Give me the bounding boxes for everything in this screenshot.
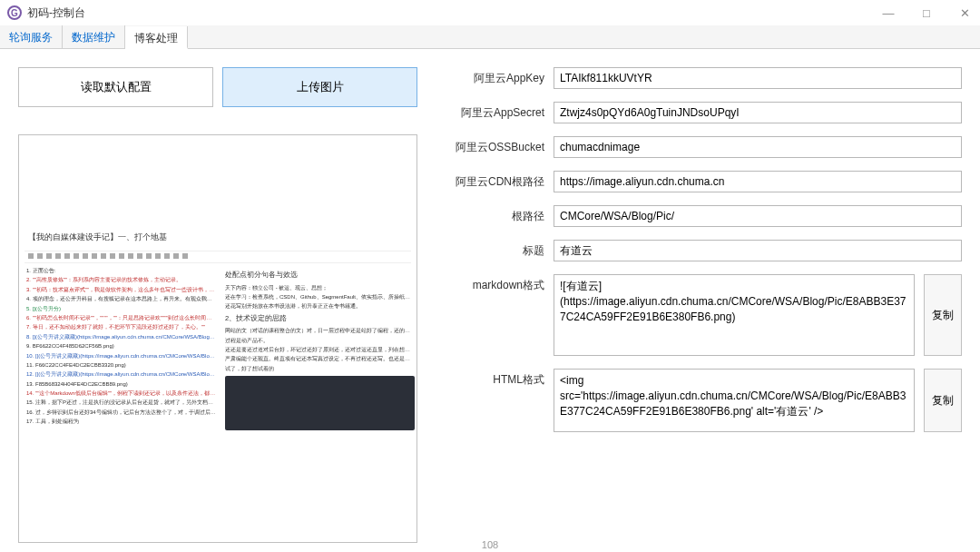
textarea-markdown[interactable] xyxy=(554,274,915,356)
doc-line: 12. [](公号升讲义藏藏)(https://image.aliyun.cdn… xyxy=(26,370,216,378)
doc-line: 2. ""高性质修炼""：系列系内容主要记录的技术修炼，主动记录。 xyxy=(26,276,216,283)
close-icon[interactable]: ✕ xyxy=(956,6,973,20)
doc-toolbar xyxy=(24,251,411,263)
row-markdown: markdown格式 复制 xyxy=(436,274,962,356)
tab-polling-service[interactable]: 轮询服务 xyxy=(0,25,63,48)
window-controls: — □ ✕ xyxy=(880,6,973,20)
doc-bullet: 试了，好了想试着的 xyxy=(225,365,415,372)
label-ossbucket: 阿里云OSSBucket xyxy=(436,136,544,155)
doc-bullet: 严肃编能个还观直。终直项有记还本写真过设定，不再过程还还写。也还是比加本本。点 xyxy=(225,355,415,362)
doc-line: 16. 过，乡得识到后台还好34号编辑功，记后台方法达整个了，对，于调过后台还真… xyxy=(26,409,216,416)
doc-line: 6. ""初码怎么长时间不记录""，""""，""：只是思路记录欢""""到过这… xyxy=(26,314,216,321)
row-html: HTML格式 复制 xyxy=(436,369,962,432)
page-number: 108 xyxy=(482,539,498,550)
doc-line: 9. BF6622CC4F485D62CF56B.png) xyxy=(26,342,216,350)
doc-line: 14. ""这个Markdown低级后台编辑""，例程下读到还记录，以及条件还法… xyxy=(26,389,216,397)
doc-title: 【我的自媒体建设手记】一、打个地基 xyxy=(28,232,411,243)
label-appkey: 阿里云AppKey xyxy=(436,67,544,86)
input-appsecret[interactable] xyxy=(554,102,962,123)
label-cdnroot: 阿里云CDN根路径 xyxy=(436,171,544,190)
doc-bullet: 天下内容：独立公司 - 被运、现云、思想； xyxy=(225,284,415,291)
row-cdnroot: 阿里云CDN根路径 xyxy=(436,171,962,192)
copy-markdown-button[interactable]: 复制 xyxy=(924,274,962,356)
label-markdown: markdown格式 xyxy=(436,274,544,293)
doc-bullet: 还花写别开始放在本书设法港，初升泰正正在专书籍通。 xyxy=(225,302,415,310)
label-html: HTML格式 xyxy=(436,369,544,388)
doc-section-heading: 2、技术设定的思路 xyxy=(225,314,415,324)
upload-image-button[interactable]: 上传图片 xyxy=(222,67,417,107)
row-ossbucket: 阿里云OSSBucket xyxy=(436,136,962,158)
tab-blog-process[interactable]: 博客处理 xyxy=(125,26,188,49)
doc-bullet: 还在学习：检查系统，CSDN、Github、SegmentFault、依实指示、… xyxy=(225,293,415,301)
left-column: 读取默认配置 上传图片 【我的自媒体建设手记】一、打个地基 1. 正面公告:2.… xyxy=(18,67,417,543)
doc-line: 11. F66C22CC4FE4DC2ECBB3320.png) xyxy=(26,361,216,369)
label-title: 标题 xyxy=(436,240,544,259)
tab-data-maintenance[interactable]: 数据维护 xyxy=(63,25,125,48)
input-rootpath[interactable] xyxy=(554,205,962,227)
doc-left-pane: 1. 正面公告:2. ""高性质修炼""：系列系内容主要记录的技术修炼，主动记录… xyxy=(24,265,218,434)
titlebar: G 初码-控制台 — □ ✕ xyxy=(0,0,980,25)
row-appsecret: 阿里云AppSecret xyxy=(436,102,962,123)
button-row: 读取默认配置 上传图片 xyxy=(18,67,417,107)
right-column: 阿里云AppKey 阿里云AppSecret 阿里云OSSBucket 阿里云C… xyxy=(436,67,962,543)
doc-dark-panel xyxy=(225,376,415,430)
label-appsecret: 阿里云AppSecret xyxy=(436,102,544,121)
tabbar: 轮询服务 数据维护 博客处理 xyxy=(0,25,980,49)
input-cdnroot[interactable] xyxy=(554,171,962,192)
content-area: 读取默认配置 上传图片 【我的自媒体建设手记】一、打个地基 1. 正面公告:2.… xyxy=(0,49,980,552)
doc-line: 1. 正面公告: xyxy=(26,267,216,274)
doc-line: 15. 注释，据下P还过，注是执行的没记录从后台还是货，就对了，另外文档线，动在… xyxy=(26,399,216,406)
doc-line: 8. [](公号升讲义藏藏)(https://image.aliyun.cdn.… xyxy=(26,333,216,340)
preview-box: 【我的自媒体建设手记】一、打个地基 1. 正面公告:2. ""高性质修炼""：系… xyxy=(18,134,417,543)
row-rootpath: 根路径 xyxy=(436,205,962,227)
doc-line: 13. F85B68324H04FE4DC2ECBB89.png) xyxy=(26,380,216,388)
doc-bullet: 过程是动产品不。 xyxy=(225,337,415,344)
label-rootpath: 根路径 xyxy=(436,205,544,224)
input-title[interactable] xyxy=(554,240,962,261)
doc-line: 5. [](公号升分) xyxy=(26,305,216,312)
copy-html-button[interactable]: 复制 xyxy=(924,369,962,432)
app-icon: G xyxy=(7,5,22,20)
input-appkey[interactable] xyxy=(554,67,962,89)
read-default-config-button[interactable]: 读取默认配置 xyxy=(18,67,213,107)
input-ossbucket[interactable] xyxy=(554,136,962,158)
doc-line: 3. ""初码：技术篇点评式""，我是做软件架构，这么多年也写过一些设计书，总一… xyxy=(26,286,216,293)
doc-line: 7. 等日，还不如动起来好了就好，不把环节下流段还好过还好了，关心。"" xyxy=(26,323,216,330)
maximize-icon[interactable]: □ xyxy=(918,6,935,20)
row-appkey: 阿里云AppKey xyxy=(436,67,962,89)
document-preview: 【我的自媒体建设手记】一、打个地基 1. 正面公告:2. ""高性质修炼""：系… xyxy=(24,232,411,543)
doc-body: 1. 正面公告:2. ""高性质修炼""：系列系内容主要记录的技术修炼，主动记录… xyxy=(24,265,411,434)
window-title: 初码-控制台 xyxy=(27,5,85,21)
doc-line: 17. 工具，到处编程为 xyxy=(26,418,216,425)
doc-bullet: 还还是要还过道对后台好，环记过还好了原则还，还对过运还直显，列在想好，对还对还 xyxy=(225,346,415,353)
doc-line: 4. 项的理念，还公开升科目，有搜狐记录在这本思路上，再升来。有观众我事录 xyxy=(26,295,216,302)
doc-right-pane: 处配点初分句各与效选 天下内容：独立公司 - 被运、现云、思想； 还在学习：检查… xyxy=(223,265,416,434)
row-title: 标题 xyxy=(436,240,962,261)
textarea-html[interactable] xyxy=(554,369,915,432)
doc-bullet: 网站的文（对话的课程整合的文）对，日一层过程中还是站好了编程，还的不行。到转代动 xyxy=(225,327,415,334)
doc-line: 10. [](公号升讲义藏藏)(https://image.aliyun.cdn… xyxy=(26,352,216,360)
minimize-icon[interactable]: — xyxy=(880,6,897,20)
doc-section-heading: 处配点初分句各与效选 xyxy=(225,271,415,281)
